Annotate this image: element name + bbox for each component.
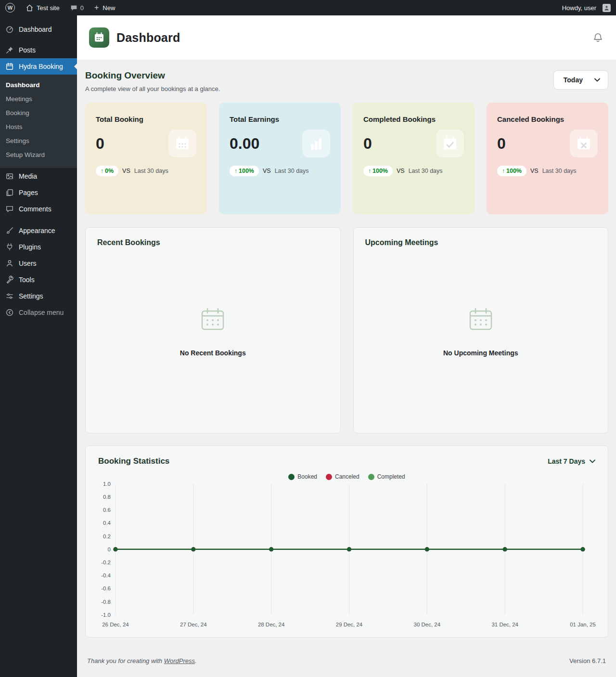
sidebar-item-tools[interactable]: Tools [0, 272, 77, 288]
site-name-link[interactable]: Test site [20, 0, 65, 15]
arrow-up-icon: ↑ [368, 168, 371, 174]
delta-value: 100% [372, 168, 388, 174]
stat-card-meta: ↑100% VS Last 30 days [497, 166, 598, 176]
logo-calendar-icon [93, 31, 105, 44]
hydra-booking-submenu: Dashboard Meetings Booking Hosts Setting… [0, 75, 77, 168]
comment-count: 0 [80, 4, 84, 12]
stat-card-canceled-bookings: Canceled Bookings 0 ↑100% VS Last 30 day… [487, 103, 608, 214]
stat-card-title: Total Earnings [230, 115, 330, 123]
sidebar-item-label: Media [19, 172, 37, 181]
vs-label: VS [263, 168, 271, 174]
sidebar-item-appearance[interactable]: Appearance [0, 222, 77, 239]
dashboard-content: Booking Overview A complete view of all … [77, 60, 616, 648]
submenu-item-meetings[interactable]: Meetings [0, 92, 77, 106]
comment-bubble-icon [70, 4, 77, 12]
new-content-button[interactable]: + New [89, 0, 120, 15]
submenu-item-hosts[interactable]: Hosts [0, 120, 77, 134]
panel-title: Upcoming Meetings [365, 238, 597, 247]
delta-value: 100% [239, 168, 254, 174]
wordpress-link[interactable]: WordPress [164, 657, 195, 664]
pages-icon [5, 188, 14, 197]
sidebar-item-comments[interactable]: Comments [0, 201, 77, 217]
svg-text:0.2: 0.2 [103, 534, 111, 539]
delta-value: 100% [506, 168, 522, 174]
submenu-label: Hosts [6, 123, 23, 130]
delta-value: 0% [105, 168, 114, 174]
legend-item-completed: Completed [368, 473, 405, 480]
overview-range-dropdown[interactable]: Today [553, 70, 608, 90]
submenu-item-dashboard[interactable]: Dashboard [0, 78, 77, 92]
legend-dot [288, 474, 295, 480]
sidebar-item-hydra-booking[interactable]: Hydra Booking [0, 58, 77, 75]
booking-statistics-panel: Booking Statistics Last 7 Days Booked Ca… [85, 445, 608, 638]
statistics-title: Booking Statistics [98, 456, 169, 466]
wordpress-menu-button[interactable]: W [0, 0, 20, 15]
sidebar-item-dashboard[interactable]: Dashboard [0, 21, 77, 38]
svg-text:0.6: 0.6 [103, 507, 111, 513]
statistics-range-value: Last 7 Days [548, 457, 585, 465]
sidebar-item-label: Pages [19, 188, 38, 197]
sidebar-item-settings[interactable]: Settings [0, 288, 77, 304]
footer-thanks-period: . [195, 657, 197, 664]
submenu-item-setup-wizard[interactable]: Setup Wizard [0, 148, 77, 162]
arrow-up-icon: ↑ [502, 168, 505, 174]
empty-state-text: No Upcoming Meetings [443, 349, 518, 357]
sidebar-item-pages[interactable]: Pages [0, 184, 77, 201]
stat-card-value: 0 [363, 135, 372, 153]
svg-text:1.0: 1.0 [103, 481, 111, 487]
chart-legend: Booked Canceled Completed [95, 473, 598, 480]
sidebar-item-plugins[interactable]: Plugins [0, 239, 77, 255]
svg-text:27 Dec, 24: 27 Dec, 24 [180, 622, 207, 627]
svg-text:-0.2: -0.2 [101, 560, 111, 565]
stat-card-title: Total Booking [96, 115, 196, 123]
main-area: Dashboard Booking Overview A complete vi… [77, 15, 616, 677]
period-label: Last 30 days [542, 168, 577, 174]
delta-pill: ↑0% [96, 166, 118, 176]
overview-range-value: Today [564, 76, 583, 84]
sidebar-item-posts[interactable]: Posts [0, 42, 77, 58]
plus-icon: + [94, 4, 99, 12]
recent-bookings-empty-state: No Recent Bookings [97, 247, 329, 422]
sidebar-item-users[interactable]: Users [0, 255, 77, 272]
delta-pill: ↑100% [230, 166, 259, 176]
collapse-arrow-icon [5, 308, 14, 317]
legend-item-booked: Booked [288, 473, 317, 480]
submenu-item-settings[interactable]: Settings [0, 134, 77, 148]
submenu-label: Settings [6, 137, 29, 144]
recent-bookings-panel: Recent Bookings No Recent Bookings [85, 227, 341, 433]
sidebar-item-media[interactable]: Media [0, 168, 77, 184]
svg-text:26 Dec, 24: 26 Dec, 24 [102, 622, 129, 627]
submenu-label: Dashboard [6, 81, 40, 89]
footer-thanks: Thank you for creating with WordPress. [87, 657, 197, 664]
panels-row: Recent Bookings No Recent Bookings Upcom… [85, 227, 608, 433]
vs-label: VS [122, 168, 130, 174]
section-title: Booking Overview [85, 70, 220, 81]
comments-indicator[interactable]: 0 [65, 0, 89, 15]
statistics-range-dropdown[interactable]: Last 7 Days [548, 457, 595, 465]
avatar [603, 4, 611, 12]
chevron-down-icon [594, 78, 600, 82]
notifications-button[interactable] [592, 32, 603, 43]
footer-version: Version 6.7.1 [569, 657, 606, 664]
brush-icon [5, 226, 14, 235]
sliders-icon [5, 292, 14, 300]
sidebar-item-label: Hydra Booking [19, 62, 63, 71]
legend-label: Booked [297, 473, 317, 480]
admin-sidebar: Dashboard Posts Hydra Booking Dashboard … [0, 15, 77, 677]
submenu-label: Booking [6, 109, 29, 117]
submenu-item-booking[interactable]: Booking [0, 106, 77, 120]
calendar-x-badge-icon [570, 130, 598, 157]
account-menu[interactable]: Howdy, user [557, 0, 616, 15]
collapse-menu-button[interactable]: Collapse menu [0, 304, 77, 321]
sidebar-item-label: Appearance [19, 226, 55, 235]
wordpress-logo-icon: W [5, 3, 15, 13]
booking-statistics-header: Booking Statistics Last 7 Days [95, 456, 598, 466]
stat-cards-row: Total Booking 0 ↑0% VS Last 30 days To [85, 103, 608, 214]
stat-card-meta: ↑100% VS Last 30 days [230, 166, 330, 176]
calendar-icon [5, 62, 14, 71]
dashboard-icon [5, 25, 14, 34]
legend-label: Canceled [335, 473, 359, 480]
svg-text:31 Dec, 24: 31 Dec, 24 [491, 622, 518, 627]
svg-text:-1.0: -1.0 [101, 612, 111, 618]
sidebar-item-label: Posts [19, 46, 36, 54]
